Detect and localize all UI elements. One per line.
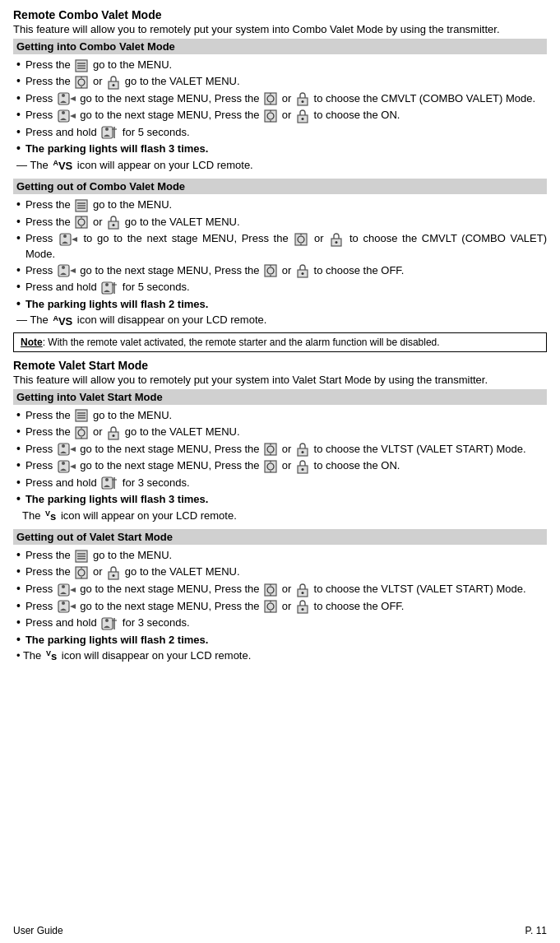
list-item: Press the or go to the VALET MENU.	[16, 564, 547, 580]
valet-start-in-dash: The Vs icon will appear on your LCD remo…	[16, 509, 547, 523]
scroll-icon	[58, 263, 76, 278]
list-item: Press the go to the MENU.	[16, 548, 547, 563]
sun-icon	[264, 443, 277, 456]
combo-valet-title: Remote Combo Valet Mode	[13, 8, 547, 21]
list-item: Press go to the next stage MENU, Press t…	[16, 108, 547, 123]
valet-start-out-header: Getting out of Valet Start Mode	[13, 529, 547, 545]
lock-icon	[296, 91, 309, 106]
lock-icon	[107, 425, 120, 440]
combo-valet-in-header: Getting into Combo Valet Mode	[13, 39, 547, 54]
footer-left: User Guide	[13, 925, 63, 936]
list-item: Press the or go to the VALET MENU.	[16, 215, 547, 230]
menu-icon	[75, 550, 88, 563]
list-item: Press the go to the MENU.	[16, 197, 547, 212]
avs-icon: AVS	[53, 314, 72, 327]
combo-valet-in-dash: — The AVS icon will appear on your LCD r…	[16, 159, 547, 173]
lock-icon	[296, 109, 309, 123]
combo-valet-out-list: Press the go to the MENU. Press the or g…	[13, 197, 547, 312]
sun-icon	[75, 566, 88, 579]
scroll-icon	[58, 109, 76, 123]
list-item: Press go to the next stage MENU, Press t…	[16, 91, 547, 107]
valet-start-out-dash: • The Vs icon will disappear on your LCD…	[16, 649, 547, 663]
valet-start-out-list: Press the go to the MENU. Press the or g…	[13, 548, 547, 648]
sun-icon	[264, 109, 277, 123]
lock-icon	[107, 565, 120, 580]
sun-icon	[264, 460, 277, 473]
sun-icon	[75, 216, 88, 229]
list-item: The parking lights will flash 2 times.	[16, 297, 547, 312]
combo-valet-out-header: Getting out of Combo Valet Mode	[13, 179, 547, 194]
menu-icon	[75, 199, 88, 212]
lock-icon	[296, 442, 309, 457]
valet-start-in-header: Getting into Valet Start Mode	[13, 389, 547, 405]
page-content: Remote Combo Valet Mode This feature wil…	[13, 8, 547, 663]
sun-icon	[75, 76, 88, 89]
list-item: Press the go to the MENU.	[16, 408, 547, 423]
sun-icon	[75, 426, 88, 439]
list-item: Press and hold for 5 seconds.	[16, 125, 547, 141]
hold-icon	[101, 616, 118, 631]
sun-icon	[264, 600, 277, 613]
note-label: Note	[21, 337, 43, 348]
combo-valet-out-dash: — The AVS icon will disappear on your LC…	[16, 314, 547, 327]
combo-valet-in-list: Press the go to the MENU. Press the or g…	[13, 58, 547, 157]
list-item: Press and hold for 3 seconds.	[16, 476, 547, 491]
lock-icon	[296, 599, 309, 614]
sun-icon	[294, 233, 308, 246]
combo-valet-section: Remote Combo Valet Mode This feature wil…	[13, 8, 547, 352]
list-item: Press go to the next stage MENU, Press t…	[16, 599, 547, 615]
lock-icon	[330, 232, 343, 247]
valet-start-title: Remote Valet Start Mode	[13, 359, 547, 372]
scroll-icon	[58, 442, 76, 457]
footer-right: P. 11	[525, 925, 547, 936]
list-item: Press go to the next stage MENU, Press t…	[16, 442, 547, 458]
page-footer: User Guide P. 11	[13, 925, 547, 936]
list-item: The parking lights will flash 3 times.	[16, 142, 547, 156]
hold-icon	[101, 125, 118, 140]
lock-icon	[296, 583, 309, 597]
scroll-icon	[59, 232, 77, 247]
menu-icon	[75, 59, 88, 72]
list-item: The parking lights will flash 2 times.	[16, 633, 547, 648]
lock-icon	[107, 75, 120, 90]
list-item: Press the go to the MENU.	[16, 58, 547, 72]
sun-icon	[264, 264, 277, 277]
list-item: Press go to the next stage MENU, Press t…	[16, 458, 547, 474]
valet-start-section: Remote Valet Start Mode This feature wil…	[13, 359, 547, 663]
hold-icon	[101, 281, 118, 295]
note-box: Note: With the remote valet activated, t…	[13, 332, 547, 352]
vs-icon: Vs	[45, 509, 56, 523]
note-text: : With the remote valet activated, the r…	[43, 337, 440, 348]
sun-icon	[264, 92, 277, 105]
lock-icon	[296, 263, 309, 278]
valet-start-in-list: Press the go to the MENU. Press the or g…	[13, 408, 547, 508]
list-item: The parking lights will flash 3 times.	[16, 492, 547, 507]
list-item: Press go to the next stage MENU, Press t…	[16, 582, 547, 597]
vs-icon: Vs	[46, 649, 57, 662]
list-item: Press go to the next stage MENU, Press t…	[16, 263, 547, 279]
lock-icon	[296, 459, 309, 474]
list-item: Press the or go to the VALET MENU.	[16, 74, 547, 90]
valet-start-intro: This feature will allow you to remotely …	[13, 374, 547, 386]
list-item: Press the or go to the VALET MENU.	[16, 425, 547, 440]
list-item: Press and hold for 3 seconds.	[16, 616, 547, 631]
list-item: Press and hold for 5 seconds.	[16, 280, 547, 295]
list-item: Press to go to the next stage MENU, Pres…	[16, 231, 547, 262]
avs-icon: AVS	[53, 159, 72, 172]
scroll-icon	[58, 459, 76, 474]
combo-valet-intro: This feature will allow you to remotely …	[13, 23, 547, 35]
hold-icon	[101, 476, 118, 490]
scroll-icon	[58, 583, 76, 597]
sun-icon	[264, 583, 277, 597]
scroll-icon	[58, 91, 76, 106]
menu-icon	[75, 409, 88, 422]
scroll-icon	[58, 599, 76, 614]
lock-icon	[107, 215, 120, 230]
